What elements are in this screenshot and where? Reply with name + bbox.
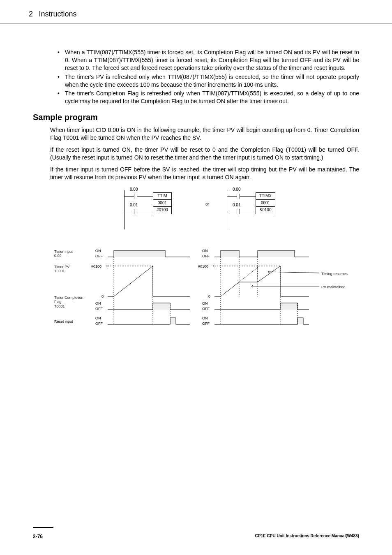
block-row: #0100 bbox=[153, 207, 171, 214]
block-row: TTIMX bbox=[256, 193, 275, 200]
ladder-block: TTIM 0001 #0100 bbox=[153, 192, 172, 214]
ladder-input-label: 0.00 bbox=[233, 187, 240, 192]
svg-rect-3 bbox=[221, 250, 239, 257]
page-header: 2 Instructions bbox=[0, 0, 392, 24]
block-row: TTIM bbox=[153, 193, 171, 200]
block-row: 0001 bbox=[153, 200, 171, 207]
manual-title: CP1E CPU Unit Instructions Reference Man… bbox=[255, 534, 359, 539]
block-row: &0100 bbox=[256, 207, 275, 214]
chapter-number: 2 bbox=[29, 10, 33, 18]
page-footer: 2-76 CP1E CPU Unit Instructions Referenc… bbox=[0, 527, 392, 539]
page-number: 2-76 bbox=[33, 534, 43, 539]
content-body: When a TTIM(087)/TTIMX(555) timer is for… bbox=[0, 49, 392, 342]
paragraph: If the reset input is turned ON, the tim… bbox=[33, 146, 359, 162]
timing-svg bbox=[50, 247, 362, 329]
ladder-input-label: 0.01 bbox=[233, 203, 240, 207]
bullet-item: The timer's Completion Flag is refreshed… bbox=[58, 90, 359, 105]
svg-rect-0 bbox=[114, 250, 165, 257]
svg-rect-2 bbox=[170, 318, 176, 324]
svg-rect-1 bbox=[153, 303, 170, 310]
section-heading: Sample program bbox=[33, 113, 359, 122]
paragraph: When timer input CIO 0.00 is ON in the f… bbox=[33, 126, 359, 142]
timing-diagram-area: Timer input 0.00 Timer PV T0001 Timer Co… bbox=[50, 247, 359, 342]
bullet-item: The timer's PV is refreshed only when TT… bbox=[58, 73, 359, 89]
svg-rect-5 bbox=[280, 303, 297, 310]
chapter-title: Instructions bbox=[39, 10, 76, 18]
or-label: or bbox=[205, 202, 209, 206]
ladder-input-label: 0.01 bbox=[130, 203, 138, 207]
paragraph: If the timer input is turned OFF before … bbox=[33, 166, 359, 181]
ladder-diagram-area: 0.00 0.01 TTIM 0001 #0100 or 0.00 bbox=[50, 185, 359, 239]
bullet-item: When a TTIM(087)/TTIMX(555) timer is for… bbox=[58, 49, 359, 72]
ladder-input-label: 0.00 bbox=[130, 187, 138, 192]
svg-rect-6 bbox=[297, 318, 303, 324]
bullet-list: When a TTIM(087)/TTIMX(555) timer is for… bbox=[33, 49, 359, 105]
svg-rect-4 bbox=[258, 250, 295, 257]
block-row: 0001 bbox=[256, 200, 275, 207]
ladder-block: TTIMX 0001 &0100 bbox=[256, 192, 275, 214]
footer-rule bbox=[33, 527, 53, 528]
